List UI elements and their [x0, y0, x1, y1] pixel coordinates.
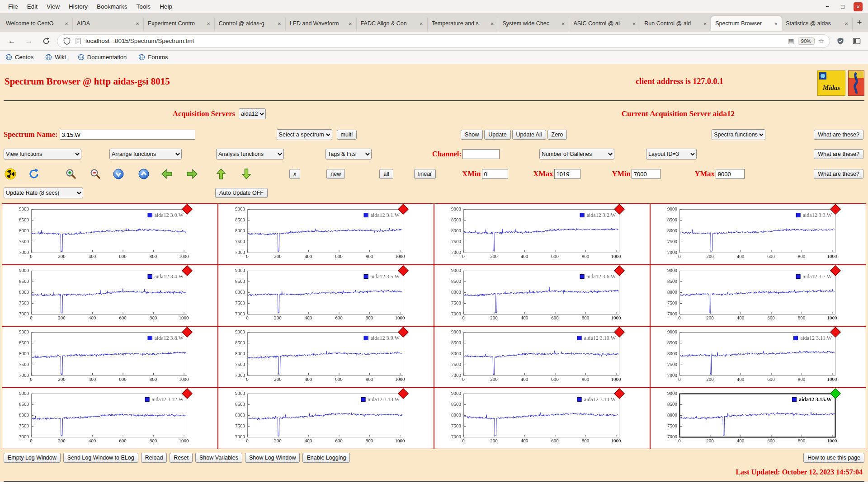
what-are-these-button[interactable]: What are these? [814, 169, 863, 179]
show-button[interactable]: Show [461, 130, 483, 140]
bookmark-star-icon[interactable]: ☆ [818, 37, 824, 45]
spectrum-cell[interactable] [2, 326, 218, 388]
refresh-button[interactable] [28, 168, 40, 180]
menu-item[interactable]: File [4, 2, 23, 11]
tab-close-icon[interactable]: × [844, 20, 848, 27]
what-are-these-button[interactable]: What are these? [814, 149, 863, 159]
browser-tab[interactable]: Control @ aidas-g × [215, 16, 286, 31]
privacy-shield-icon[interactable] [835, 35, 846, 47]
tab-close-icon[interactable]: × [561, 20, 565, 27]
maximize-button[interactable]: □ [838, 2, 847, 11]
browser-tab[interactable]: Welcome to CentO × [2, 16, 73, 31]
update-all-button[interactable]: Update All [512, 130, 546, 140]
view-functions-dropdown[interactable]: View functions [4, 149, 81, 160]
menu-item[interactable]: Tools [132, 2, 156, 11]
minimize-button[interactable]: − [823, 2, 832, 11]
log-button[interactable]: Show Log Window [245, 453, 300, 463]
auto-update-button[interactable]: Auto Update OFF [215, 188, 268, 198]
spectrum-cell[interactable] [434, 326, 650, 388]
channel-input[interactable] [462, 149, 500, 159]
spectrum-plot[interactable] [218, 327, 434, 387]
tab-close-icon[interactable]: × [136, 20, 139, 27]
close-button[interactable]: × [854, 2, 863, 11]
linear-button[interactable]: linear [414, 169, 436, 179]
xmin-input[interactable] [482, 169, 508, 179]
spectrum-cell[interactable] [218, 265, 434, 326]
reload-button[interactable] [40, 35, 52, 47]
update-rate-dropdown[interactable]: Update Rate (8 secs) [4, 188, 83, 198]
zoom-out-button[interactable] [90, 168, 101, 180]
bookmark-item[interactable]: Centos [5, 54, 33, 61]
spectrum-cell[interactable] [2, 265, 218, 326]
spectrum-name-input[interactable] [60, 130, 195, 140]
ymax-input[interactable] [716, 169, 745, 179]
menu-item[interactable]: View [42, 2, 64, 11]
url-bar[interactable]: localhost:8015/Spectrum/Spectrum.tml ▤ 9… [57, 34, 830, 48]
browser-tab[interactable]: AIDA × [73, 16, 144, 31]
spectrum-cell[interactable] [434, 388, 650, 449]
log-button[interactable]: Send Log Window to ELog [63, 453, 138, 463]
layout-id-dropdown[interactable]: Layout ID=3 [646, 149, 697, 160]
back-button[interactable]: ← [5, 35, 18, 47]
spectrum-plot[interactable] [218, 265, 434, 326]
menu-item[interactable]: Help [155, 2, 177, 11]
browser-tab[interactable]: Temperature and s × [428, 16, 499, 31]
acquisition-server-select[interactable]: aida12 [239, 108, 266, 119]
update-button[interactable]: Update [484, 130, 510, 140]
spectrum-cell[interactable] [2, 203, 218, 265]
browser-tab[interactable]: System wide Chec × [498, 16, 569, 31]
tab-close-icon[interactable]: × [420, 20, 423, 27]
spectrum-plot[interactable] [2, 204, 217, 264]
spectra-functions-dropdown[interactable]: Spectra functions [712, 129, 765, 140]
spectrum-cell[interactable] [434, 203, 650, 265]
spectrum-plot[interactable] [651, 327, 866, 387]
browser-tab[interactable]: Experiment Contro × [144, 16, 215, 31]
new-button[interactable]: new [326, 169, 345, 179]
bookmark-item[interactable]: Forums [138, 54, 168, 61]
tab-close-icon[interactable]: × [349, 20, 352, 27]
spectrum-cell[interactable] [650, 388, 866, 449]
tags-fits-dropdown[interactable]: Tags & Fits [326, 149, 372, 160]
y-zoom-down-button[interactable] [113, 169, 124, 179]
arrange-functions-dropdown[interactable]: Arrange functions [109, 149, 182, 160]
ymin-input[interactable] [632, 169, 660, 179]
tab-close-icon[interactable]: × [491, 20, 494, 27]
bookmark-item[interactable]: Documentation [78, 54, 127, 61]
what-are-these-button[interactable]: What are these? [814, 130, 863, 140]
sidebar-toggle-icon[interactable] [851, 35, 863, 47]
spectrum-plot[interactable] [651, 204, 866, 264]
spectrum-cell[interactable] [218, 388, 434, 449]
spectrum-plot[interactable] [651, 388, 866, 449]
midas-logo[interactable]: Midas [817, 70, 845, 96]
spectrum-plot[interactable] [218, 388, 434, 449]
spectrum-cell[interactable] [2, 388, 218, 449]
zoom-in-button[interactable] [65, 168, 77, 180]
log-button[interactable]: Reset [170, 453, 193, 463]
spectrum-cell[interactable] [218, 203, 434, 265]
tab-close-icon[interactable]: × [65, 20, 68, 27]
browser-tab[interactable]: Statistics @ aidas × [782, 16, 853, 31]
spectrum-cell[interactable] [434, 265, 650, 326]
reader-mode-icon[interactable]: ▤ [788, 38, 794, 45]
spectrum-plot[interactable] [218, 204, 434, 264]
multi-button[interactable]: multi [337, 130, 357, 140]
galleries-dropdown[interactable]: Number of Galleries [539, 149, 614, 160]
log-button[interactable]: Show Variables [195, 453, 242, 463]
tab-close-icon[interactable]: × [632, 20, 636, 27]
spectrum-cell[interactable] [218, 326, 434, 388]
all-button[interactable]: all [379, 169, 393, 179]
help-button[interactable]: How to use this page [803, 453, 864, 463]
powered-by-logo[interactable] [848, 70, 864, 96]
x-button[interactable]: x [289, 169, 300, 179]
radiation-button[interactable] [5, 168, 16, 180]
zoom-level-button[interactable]: 90% [798, 38, 815, 45]
spectrum-cell[interactable] [650, 326, 866, 388]
tab-close-icon[interactable]: × [278, 20, 281, 27]
y-zoom-up-button[interactable] [138, 169, 149, 179]
spectrum-cell[interactable] [650, 203, 866, 265]
browser-tab[interactable]: LED and Waveform × [286, 16, 357, 31]
tab-close-icon[interactable]: × [207, 20, 210, 27]
browser-tab[interactable]: ASIC Control @ ai × [569, 16, 640, 31]
browser-tab[interactable]: FADC Align & Con × [357, 16, 428, 31]
pan-left-button[interactable] [161, 168, 173, 180]
